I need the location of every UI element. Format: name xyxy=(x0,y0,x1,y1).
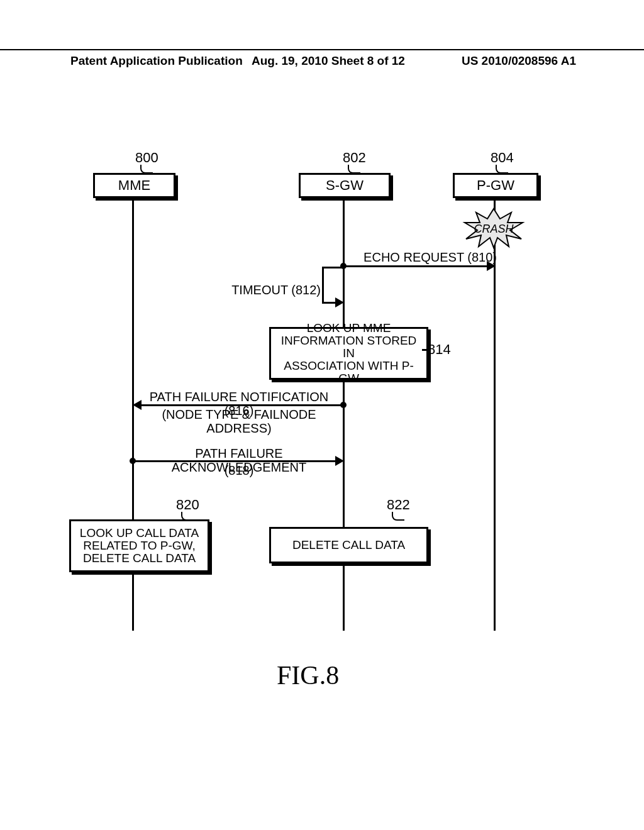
pfn-arrowhead xyxy=(133,400,142,410)
proc-sgw-delete: DELETE CALL DATA xyxy=(269,527,428,563)
pfa-arrowhead xyxy=(335,456,344,466)
node-sgw: S-GW xyxy=(299,173,391,198)
msg-timeout: TIMEOUT (812) xyxy=(226,283,321,297)
node-pgw: P-GW xyxy=(453,173,538,198)
proc-lookup-mme: LOOK UP MME INFORMATION STORED IN ASSOCI… xyxy=(269,327,428,380)
msg-pfa-line2: (818) xyxy=(138,463,340,477)
ref-822: 822 xyxy=(387,497,410,513)
node-mme: MME xyxy=(93,173,175,198)
msg-echo-arrowhead xyxy=(487,261,496,271)
proc-mme-delete: LOOK UP CALL DATA RELATED TO P-GW, DELET… xyxy=(69,519,209,572)
page-header: Patent Application Publication Aug. 19, … xyxy=(0,49,644,54)
ref-802-leader xyxy=(348,165,360,174)
publication-type: Patent Application Publication xyxy=(70,54,243,68)
msg-pfn-line2: (NODE TYPE & FAILNODE ADDRESS) xyxy=(135,407,343,435)
ref-800-leader xyxy=(140,165,153,174)
publication-number: US 2010/0208596 A1 xyxy=(462,54,576,68)
ref-814: 814 xyxy=(428,341,451,358)
pfn-line xyxy=(141,404,343,406)
msg-echo-request: ECHO REQUEST (810) xyxy=(352,250,497,264)
msg-echo-line xyxy=(345,265,489,267)
timeout-arrowhead xyxy=(335,297,344,307)
timeout-seg-vert xyxy=(322,267,324,302)
page: Patent Application Publication Aug. 19, … xyxy=(0,0,644,830)
ref-820: 820 xyxy=(176,497,199,513)
timeout-seg-top xyxy=(322,267,345,268)
date-sheet: Aug. 19, 2010 Sheet 8 of 12 xyxy=(252,54,405,68)
ref-804: 804 xyxy=(491,150,514,166)
ref-804-leader xyxy=(496,165,508,174)
lifeline-sgw xyxy=(343,197,345,631)
ref-802: 802 xyxy=(343,150,366,166)
ref-814-tick xyxy=(422,349,427,351)
crash-label: CRASH xyxy=(462,223,525,236)
ref-822-leader xyxy=(392,512,404,521)
crash-burst: CRASH xyxy=(462,208,525,249)
figure-label: FIG.8 xyxy=(277,660,339,690)
ref-800: 800 xyxy=(135,150,158,166)
pfa-line xyxy=(135,460,336,462)
